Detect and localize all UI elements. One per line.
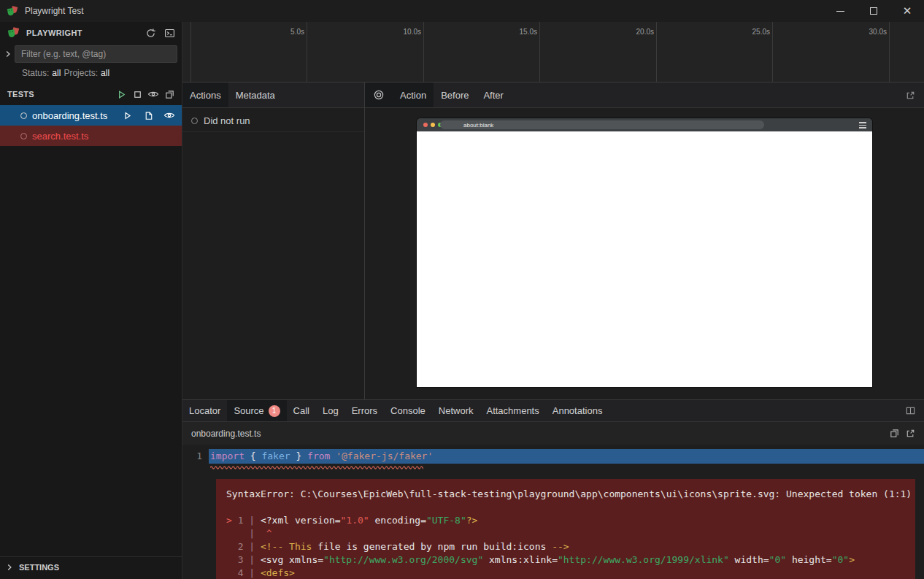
source-location-button[interactable]	[140, 107, 156, 123]
minimize-button[interactable]	[823, 0, 857, 22]
tab-actions[interactable]: Actions	[182, 83, 228, 107]
status-circle-icon	[20, 133, 27, 139]
timeline-tick: 25.0s	[726, 28, 770, 36]
bottom-pane: Locator Source 1 Call Log Errors Console…	[182, 399, 924, 579]
refresh-button[interactable]	[142, 25, 158, 41]
collapse-all-icon	[164, 89, 175, 100]
tab-source[interactable]: Source 1	[227, 400, 286, 421]
minimize-dot-icon	[431, 123, 435, 127]
tab-label: Console	[390, 405, 426, 416]
timeline-gridline	[772, 22, 773, 82]
browser-snapshot: about:blank	[417, 118, 872, 387]
terminal-icon	[164, 28, 175, 39]
copy-source-button[interactable]	[886, 426, 902, 442]
pick-locator-button[interactable]	[365, 83, 393, 107]
source-error-badge: 1	[269, 405, 280, 417]
source-code[interactable]: 1 import { faker } from '@faker-js/faker…	[182, 445, 924, 579]
eye-icon	[163, 110, 175, 121]
bottom-tabbar: Locator Source 1 Call Log Errors Console…	[182, 400, 924, 422]
status-value[interactable]: all	[52, 68, 61, 78]
open-source-button[interactable]	[902, 426, 918, 442]
split-view-icon	[905, 405, 916, 416]
playwright-masks-icon	[7, 5, 19, 18]
address-bar: about:blank	[440, 120, 764, 129]
refresh-icon	[145, 28, 156, 39]
tab-metadata[interactable]: Metadata	[228, 83, 282, 107]
close-dot-icon	[423, 123, 428, 127]
close-button[interactable]: ✕	[890, 0, 924, 22]
sidebar-title: PLAYWRIGHT	[26, 28, 82, 37]
test-file-label: search.test.ts	[32, 131, 88, 142]
terminal-button[interactable]	[161, 25, 177, 41]
titlebar: Playwright Test ✕	[0, 0, 924, 22]
stop-icon	[132, 89, 143, 100]
action-list-item[interactable]: Did not run	[182, 110, 364, 132]
play-icon	[122, 110, 133, 121]
timeline[interactable]: 5.0s 10.0s 15.0s 20.0s 25.0s 30.0s	[182, 22, 924, 83]
tab-locator[interactable]: Locator	[182, 400, 227, 421]
run-all-icon	[116, 89, 127, 100]
tab-before[interactable]: Before	[434, 83, 476, 107]
tab-after[interactable]: After	[476, 83, 510, 107]
test-file-item[interactable]: onboarding.test.ts	[0, 105, 182, 126]
test-file-item[interactable]: search.test.ts	[0, 126, 182, 146]
error-frame-caret: | ^	[226, 527, 905, 540]
tests-header: TESTS	[0, 83, 182, 105]
paste-icon	[143, 110, 154, 121]
tab-label: Action	[400, 90, 426, 101]
did-not-run-label: Did not run	[204, 115, 250, 126]
timeline-gridline	[656, 22, 657, 82]
maximize-button[interactable]	[857, 0, 890, 22]
timeline-gridline	[307, 22, 307, 82]
tab-label: Source	[234, 405, 263, 416]
split-view-button[interactable]	[902, 403, 918, 419]
tab-network[interactable]: Network	[432, 400, 480, 421]
tab-attachments[interactable]: Attachments	[480, 400, 545, 421]
collapse-all-button[interactable]	[161, 86, 177, 102]
chevron-right-icon[interactable]	[3, 49, 13, 59]
run-test-button[interactable]	[119, 107, 135, 123]
code-line: 1 import { faker } from '@faker-js/faker…	[182, 449, 924, 464]
address-url: about:blank	[463, 122, 493, 129]
run-all-button[interactable]	[113, 86, 129, 102]
external-link-icon	[905, 90, 916, 101]
test-file-label: onboarding.test.ts	[32, 110, 107, 121]
browser-page	[417, 131, 872, 387]
timeline-gridline	[423, 22, 424, 82]
source-filename: onboarding.test.ts	[191, 429, 261, 439]
error-message: SyntaxError: C:\Courses\EpicWeb\full-sta…	[226, 488, 905, 501]
copy-icon	[889, 428, 900, 439]
tab-label: After	[483, 90, 503, 101]
playwright-masks-icon	[7, 26, 20, 39]
filter-input[interactable]	[15, 45, 177, 63]
tab-label: Actions	[190, 90, 221, 101]
snapshot-tabbar: Action Before After	[365, 83, 924, 108]
tab-log[interactable]: Log	[316, 400, 345, 421]
settings-section[interactable]: SETTINGS	[0, 556, 182, 577]
window-title: Playwright Test	[25, 6, 83, 16]
stop-button[interactable]	[129, 86, 145, 102]
projects-label: Projects:	[63, 68, 98, 78]
sidebar: PLAYWRIGHT	[0, 22, 182, 579]
main-area: PLAYWRIGHT	[0, 22, 924, 579]
error-frame-line: 4 | <defs>	[226, 567, 905, 579]
close-icon: ✕	[903, 6, 912, 17]
sidebar-header: PLAYWRIGHT	[0, 22, 182, 44]
timeline-tick: 10.0s	[377, 28, 421, 36]
tab-console[interactable]: Console	[384, 400, 432, 421]
tab-annotations[interactable]: Annotations	[546, 400, 609, 421]
watch-test-button[interactable]	[161, 107, 177, 123]
tab-call[interactable]: Call	[287, 400, 316, 421]
content-area: 5.0s 10.0s 15.0s 20.0s 25.0s 30.0s Actio…	[182, 22, 924, 579]
snapshot-body: about:blank	[365, 108, 924, 399]
timeline-gridline	[889, 22, 890, 82]
tab-errors[interactable]: Errors	[345, 400, 384, 421]
projects-value[interactable]: all	[101, 68, 109, 78]
watch-all-button[interactable]	[145, 86, 161, 102]
window-controls: ✕	[823, 0, 924, 22]
timeline-tick: 30.0s	[843, 28, 887, 36]
tab-action[interactable]: Action	[393, 83, 434, 107]
menu-icon	[859, 122, 866, 129]
open-snapshot-button[interactable]	[902, 87, 918, 103]
tests-title: TESTS	[7, 90, 34, 99]
